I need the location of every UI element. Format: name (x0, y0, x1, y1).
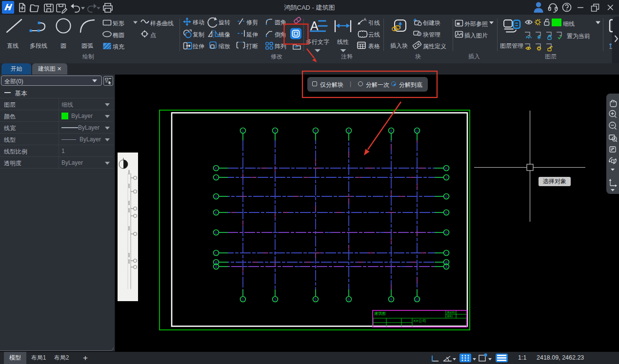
svg-text:5: 5 (315, 298, 317, 301)
svg-text:D: D (445, 231, 447, 234)
svg-text:3: 3 (274, 129, 276, 133)
svg-text:J: J (445, 176, 447, 179)
svg-text:A: A (215, 265, 218, 268)
svg-text:建筑图: 建筑图 (374, 311, 386, 316)
svg-text:E: E (215, 211, 218, 214)
svg-text:D: D (215, 231, 217, 234)
svg-text:A: A (445, 265, 448, 268)
svg-text:6: 6 (348, 298, 350, 301)
svg-text:K: K (445, 167, 448, 170)
svg-text:9: 9 (418, 32, 420, 36)
svg-text:K: K (215, 167, 218, 170)
svg-text:J: J (215, 176, 217, 179)
svg-text:G: G (445, 195, 447, 198)
svg-text:E: E (445, 211, 448, 214)
svg-text:3: 3 (274, 298, 276, 301)
svg-text:展娃B1: 展娃B1 (447, 311, 456, 314)
svg-text:10: 10 (415, 129, 419, 133)
svg-text:5: 5 (315, 129, 317, 133)
svg-text:1: 1 (242, 129, 244, 133)
svg-text:1: 1 (242, 298, 244, 301)
svg-text:10: 10 (415, 298, 419, 301)
svg-text:G: G (215, 195, 217, 198)
svg-text:C: C (445, 251, 447, 255)
svg-text:珠B2: 珠B2 (447, 315, 453, 318)
svg-text:A: A (310, 19, 319, 33)
svg-text:6: 6 (348, 129, 350, 133)
svg-text:A: A (363, 17, 366, 22)
svg-text:XX公司: XX公司 (413, 319, 426, 323)
svg-text:C: C (215, 251, 217, 255)
svg-text:8: 8 (390, 129, 392, 133)
svg-text:8: 8 (390, 298, 392, 301)
